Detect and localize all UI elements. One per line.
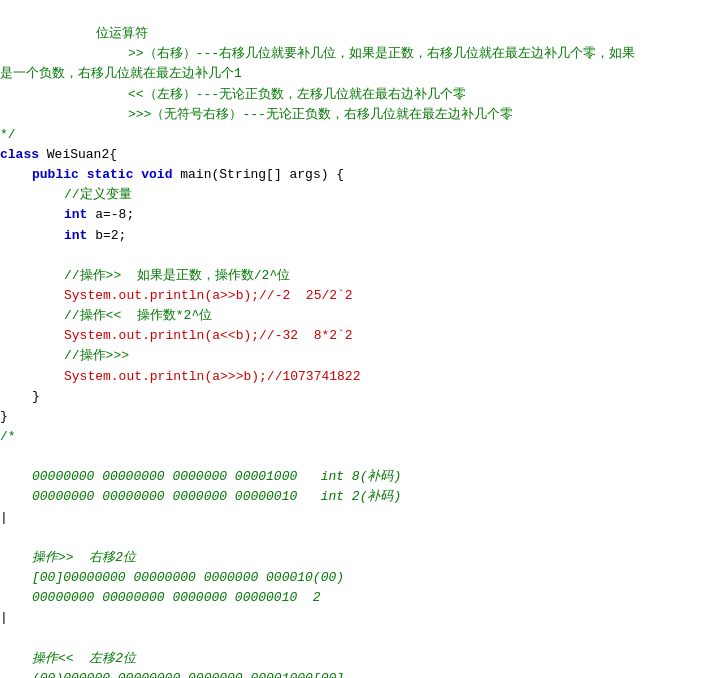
code-line: 操作<< 左移2位 [0, 649, 711, 669]
code-line: //定义变量 [0, 185, 711, 205]
code-line: 是一个负数，右移几位就在最左边补几个1 [0, 64, 711, 84]
code-line: 00000000 00000000 0000000 00000010 2 [0, 588, 711, 608]
code-token: static [87, 167, 134, 182]
code-token: void [141, 167, 172, 182]
code-line: int a=-8; [0, 205, 711, 225]
code-token: >>（右移）---右移几位就要补几位，如果是正数，右移几位就在最左边补几个零，如… [128, 46, 635, 61]
code-line: 操作>> 右移2位 [0, 548, 711, 568]
code-line: public static void main(String[] args) { [0, 165, 711, 185]
code-token: //操作>> 如果是正数，操作数/2^位 [64, 268, 290, 283]
code-token: public [32, 167, 79, 182]
code-token: 00000000 00000000 0000000 00001000 int 8… [32, 469, 401, 484]
code-token: } [0, 409, 8, 424]
code-token: main(String[] args) { [172, 167, 344, 182]
code-token: } [32, 389, 40, 404]
code-line: //操作>> 如果是正数，操作数/2^位 [0, 266, 711, 286]
code-token: b=2; [87, 228, 126, 243]
code-token: //操作>>> [64, 348, 129, 363]
code-line: 00000000 00000000 0000000 00000010 int 2… [0, 487, 711, 507]
code-token: System.out.println(a>>b);//-2 25/2`2 [64, 288, 353, 303]
code-token: 00000000 00000000 0000000 00000010 2 [32, 590, 321, 605]
code-line: | [0, 608, 711, 628]
code-line: //操作<< 操作数*2^位 [0, 306, 711, 326]
code-line: [00]00000000 00000000 0000000 000010(00) [0, 568, 711, 588]
code-token: | [0, 510, 8, 525]
code-line: System.out.println(a>>b);//-2 25/2`2 [0, 286, 711, 306]
code-line [0, 528, 711, 548]
code-token: 是一个负数，右移几位就在最左边补几个1 [0, 66, 242, 81]
code-token: 00000000 00000000 0000000 00000010 int 2… [32, 489, 401, 504]
code-token: a=-8; [87, 207, 134, 222]
code-token: 操作<< 左移2位 [32, 651, 136, 666]
code-token: */ [0, 127, 16, 142]
code-line [0, 447, 711, 467]
code-line: /* [0, 427, 711, 447]
code-token: (00)000000 00000000 0000000 00001000[00] [32, 671, 344, 678]
code-token: int [64, 228, 87, 243]
code-line [0, 628, 711, 648]
code-line: <<（左移）---无论正负数，左移几位就在最右边补几个零 [0, 85, 711, 105]
code-line: //操作>>> [0, 346, 711, 366]
code-line: 位运算符 [0, 24, 711, 44]
code-token: System.out.println(a>>>b);//1073741822 [64, 369, 360, 384]
code-line: } [0, 407, 711, 427]
code-token: class [0, 147, 39, 162]
code-line: | [0, 508, 711, 528]
code-line: System.out.println(a<<b);//-32 8*2`2 [0, 326, 711, 346]
code-token [79, 167, 87, 182]
code-token: 位运算符 [96, 26, 148, 41]
code-line: class WeiSuan2{ [0, 145, 711, 165]
code-line: System.out.println(a>>>b);//1073741822 [0, 367, 711, 387]
code-token: //定义变量 [64, 187, 132, 202]
code-token: <<（左移）---无论正负数，左移几位就在最右边补几个零 [128, 87, 466, 102]
code-line: } [0, 387, 711, 407]
code-token: [00]00000000 00000000 0000000 000010(00) [32, 570, 344, 585]
code-line [0, 246, 711, 266]
code-token: System.out.println(a<<b);//-32 8*2`2 [64, 328, 353, 343]
code-token: /* [0, 429, 16, 444]
code-line: (00)000000 00000000 0000000 00001000[00] [0, 669, 711, 678]
code-container: 位运算符>>（右移）---右移几位就要补几位，如果是正数，右移几位就在最左边补几… [0, 0, 711, 678]
code-line: */ [0, 125, 711, 145]
code-line: >>>（无符号右移）---无论正负数，右移几位就在最左边补几个零 [0, 105, 711, 125]
code-token: 操作>> 右移2位 [32, 550, 136, 565]
code-token: int [64, 207, 87, 222]
code-token: >>>（无符号右移）---无论正负数，右移几位就在最左边补几个零 [128, 107, 513, 122]
code-token: WeiSuan2{ [39, 147, 117, 162]
code-token: //操作<< 操作数*2^位 [64, 308, 212, 323]
code-token: | [0, 610, 8, 625]
code-line: >>（右移）---右移几位就要补几位，如果是正数，右移几位就在最左边补几个零，如… [0, 44, 711, 64]
code-line: 00000000 00000000 0000000 00001000 int 8… [0, 467, 711, 487]
code-line: int b=2; [0, 226, 711, 246]
